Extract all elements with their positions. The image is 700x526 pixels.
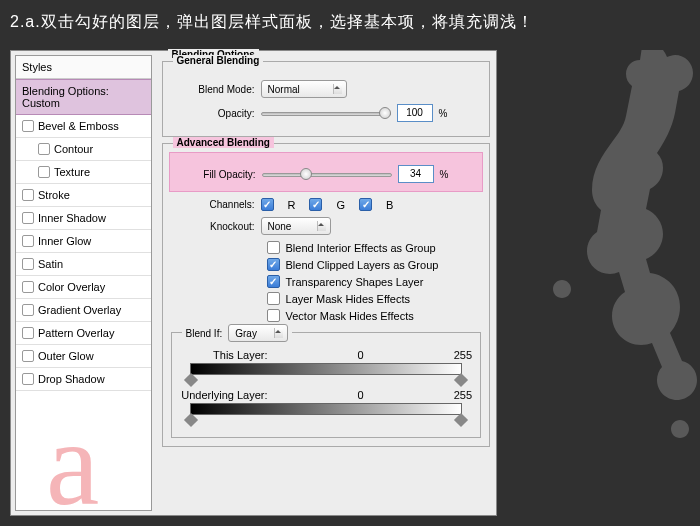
channels-label: Channels: — [171, 199, 255, 210]
percent-label: % — [439, 108, 448, 119]
channel-r-label: R — [288, 199, 296, 211]
checkbox-icon[interactable] — [22, 189, 34, 201]
opt-label: Blend Interior Effects as Group — [286, 242, 436, 254]
channel-g-label: G — [336, 199, 345, 211]
highlight-fill-opacity: Advanced Blending Fill Opacity: 34 % — [169, 152, 483, 192]
main-panel: Blending Options General Blending Blend … — [152, 51, 496, 515]
sidebar-item-label: Satin — [38, 258, 63, 270]
fill-opacity-label: Fill Opacity: — [172, 169, 256, 180]
checkbox-icon[interactable] — [38, 143, 50, 155]
checkbox-icon[interactable] — [22, 281, 34, 293]
sidebar-item-contour[interactable]: Contour — [16, 138, 151, 161]
checkbox-icon[interactable] — [22, 212, 34, 224]
fill-opacity-slider[interactable] — [262, 167, 392, 181]
sidebar-item-inner-glow[interactable]: Inner Glow — [16, 230, 151, 253]
slider-thumb-icon[interactable] — [300, 168, 312, 180]
sidebar-item-pattern-overlay[interactable]: Pattern Overlay — [16, 322, 151, 345]
instruction-text: 2.a.双击勾好的图层，弹出图层样式面板，选择基本项，将填充调浅！ — [0, 0, 700, 45]
sidebar-item-label: Bevel & Emboss — [38, 120, 119, 132]
slider-thumb-icon[interactable] — [379, 107, 391, 119]
this-hi: 255 — [454, 349, 472, 361]
sidebar-item-blending-options[interactable]: Blending Options: Custom — [16, 79, 151, 115]
opt-label: Transparency Shapes Layer — [286, 276, 424, 288]
sidebar-item-label: Texture — [54, 166, 90, 178]
sidebar-item-color-overlay[interactable]: Color Overlay — [16, 276, 151, 299]
general-blending-group: General Blending Blend Mode: Normal Opac… — [162, 61, 490, 137]
blend-if-group: Blend If: Gray This Layer:0255 Underlyin… — [171, 332, 481, 438]
sidebar-item-label: Contour — [54, 143, 93, 155]
opt-label: Vector Mask Hides Effects — [286, 310, 414, 322]
sidebar-item-label: Drop Shadow — [38, 373, 105, 385]
sidebar-item-texture[interactable]: Texture — [16, 161, 151, 184]
sidebar-item-label: Color Overlay — [38, 281, 105, 293]
under-lo: 0 — [358, 389, 364, 401]
opt-layer-mask-checkbox[interactable] — [267, 292, 280, 305]
opacity-input[interactable]: 100 — [397, 104, 433, 122]
underlying-layer-label: Underlying Layer: — [180, 389, 268, 401]
blend-mode-label: Blend Mode: — [171, 84, 255, 95]
checkbox-icon[interactable] — [22, 373, 34, 385]
blend-if-select[interactable]: Gray — [228, 324, 288, 342]
opt-transparency-shapes-checkbox[interactable] — [267, 275, 280, 288]
checkbox-icon[interactable] — [22, 304, 34, 316]
sidebar-item-drop-shadow[interactable]: Drop Shadow — [16, 368, 151, 391]
fill-opacity-input[interactable]: 34 — [398, 165, 434, 183]
channel-b-checkbox[interactable] — [359, 198, 372, 211]
percent-label: % — [440, 169, 449, 180]
decorative-splatter — [520, 50, 700, 510]
sidebar-header[interactable]: Styles — [16, 56, 151, 79]
checkbox-icon[interactable] — [22, 350, 34, 362]
channel-b-label: B — [386, 199, 393, 211]
this-lo: 0 — [358, 349, 364, 361]
styles-sidebar: Styles Blending Options: Custom Bevel & … — [15, 55, 152, 511]
blend-if-label: Blend If: — [186, 328, 223, 339]
sidebar-item-label: Pattern Overlay — [38, 327, 114, 339]
sidebar-item-stroke[interactable]: Stroke — [16, 184, 151, 207]
channel-g-checkbox[interactable] — [309, 198, 322, 211]
blend-mode-select[interactable]: Normal — [261, 80, 347, 98]
opt-blend-clipped-checkbox[interactable] — [267, 258, 280, 271]
this-layer-gradient[interactable] — [190, 363, 462, 375]
opacity-label: Opacity: — [171, 108, 255, 119]
checkbox-icon[interactable] — [38, 166, 50, 178]
sidebar-item-gradient-overlay[interactable]: Gradient Overlay — [16, 299, 151, 322]
this-layer-label: This Layer: — [180, 349, 268, 361]
advanced-blending-group: Advanced Blending Fill Opacity: 34 % Cha… — [162, 143, 490, 447]
sidebar-item-bevel-emboss[interactable]: Bevel & Emboss — [16, 115, 151, 138]
layer-style-dialog: Styles Blending Options: Custom Bevel & … — [10, 50, 497, 516]
under-hi: 255 — [454, 389, 472, 401]
group-label: General Blending — [173, 55, 264, 66]
knockout-label: Knockout: — [171, 221, 255, 232]
sidebar-item-inner-shadow[interactable]: Inner Shadow — [16, 207, 151, 230]
opt-label: Layer Mask Hides Effects — [286, 293, 411, 305]
sidebar-item-label: Outer Glow — [38, 350, 94, 362]
underlying-layer-gradient[interactable] — [190, 403, 462, 415]
checkbox-icon[interactable] — [22, 120, 34, 132]
opacity-slider[interactable] — [261, 106, 391, 120]
opt-blend-interior-checkbox[interactable] — [267, 241, 280, 254]
checkbox-icon[interactable] — [22, 235, 34, 247]
watermark: a — [46, 404, 99, 524]
sidebar-item-label: Blending Options: Custom — [22, 85, 145, 109]
checkbox-icon[interactable] — [22, 258, 34, 270]
group-label: Advanced Blending — [173, 137, 274, 148]
sidebar-item-label: Gradient Overlay — [38, 304, 121, 316]
opt-label: Blend Clipped Layers as Group — [286, 259, 439, 271]
opt-vector-mask-checkbox[interactable] — [267, 309, 280, 322]
checkbox-icon[interactable] — [22, 327, 34, 339]
sidebar-item-outer-glow[interactable]: Outer Glow — [16, 345, 151, 368]
sidebar-item-label: Inner Shadow — [38, 212, 106, 224]
knockout-select[interactable]: None — [261, 217, 331, 235]
sidebar-item-label: Stroke — [38, 189, 70, 201]
sidebar-item-satin[interactable]: Satin — [16, 253, 151, 276]
channel-r-checkbox[interactable] — [261, 198, 274, 211]
sidebar-item-label: Inner Glow — [38, 235, 91, 247]
